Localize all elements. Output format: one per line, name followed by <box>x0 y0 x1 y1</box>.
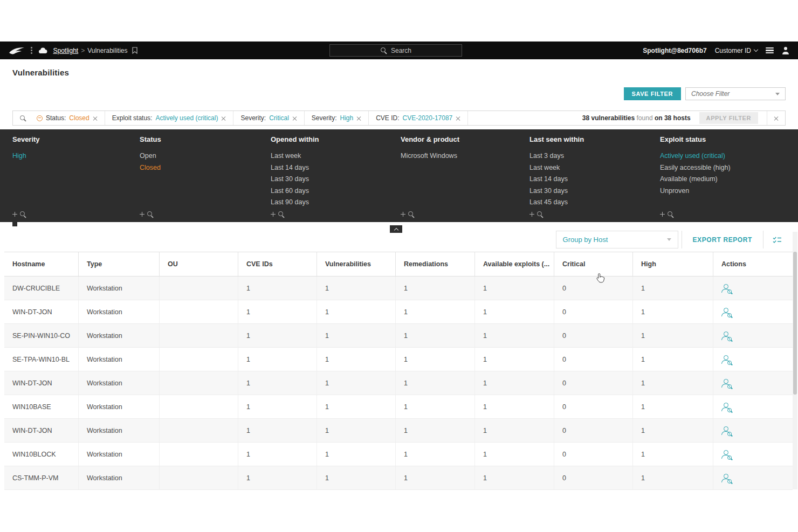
cell-hostname: CS-TMM-P-VM <box>4 466 78 489</box>
filter-option[interactable]: Last 60 days <box>271 185 309 197</box>
filter-option[interactable]: Last week <box>271 150 301 162</box>
chip-remove-icon[interactable] <box>456 116 460 121</box>
cell-ou <box>159 466 238 489</box>
collapse-panel-button[interactable] <box>390 225 402 233</box>
filter-option[interactable]: Last week <box>529 162 560 174</box>
col-header-hostname[interactable]: Hostname <box>4 252 78 276</box>
add-filter-value-button[interactable] <box>140 211 154 218</box>
col-header-cve-ids[interactable]: CVE IDs <box>238 252 317 276</box>
filter-chip-severity-high[interactable]: Severity: High <box>305 111 369 125</box>
cell-critical: 0 <box>554 419 632 442</box>
col-header-high[interactable]: High <box>632 252 713 276</box>
global-search-input[interactable]: Search <box>329 44 462 57</box>
column-settings-icon[interactable] <box>767 231 786 248</box>
search-icon <box>727 361 732 365</box>
overflow-menu-icon[interactable] <box>31 47 32 54</box>
filter-column-title: Exploit status <box>660 135 706 143</box>
table-row[interactable]: CS-TMM-P-VM Workstation 1 1 1 1 0 1 <box>4 466 793 490</box>
choose-filter-dropdown[interactable]: Choose Filter <box>685 87 786 100</box>
col-header-vulnerabilities[interactable]: Vulnerabilities <box>317 252 395 276</box>
cell-type: Workstation <box>78 277 159 300</box>
filter-option[interactable]: Actively used (critical) <box>660 150 725 162</box>
filter-option[interactable]: Easily accessible (high) <box>660 162 731 174</box>
filter-option[interactable]: Open <box>140 150 156 162</box>
customer-id-dropdown[interactable]: Customer ID <box>715 47 758 54</box>
col-header-actions: Actions <box>713 252 793 276</box>
filter-option[interactable]: Last 14 days <box>529 174 568 185</box>
export-report-button[interactable]: EXPORT REPORT <box>685 231 760 248</box>
filter-chip-exploit-status[interactable]: Exploit status: Actively used (critical) <box>105 111 234 125</box>
group-by-host-dropdown[interactable]: Group by Host <box>556 231 678 248</box>
filter-option[interactable]: Last 30 days <box>529 185 568 197</box>
filter-option[interactable]: Microsoft Windows <box>401 150 457 162</box>
cell-hostname: DW-CRUCIBLE <box>4 277 78 300</box>
save-filter-button[interactable]: SAVE FILTER <box>624 87 681 100</box>
cell-vulnerabilities: 1 <box>317 466 395 489</box>
search-icon <box>727 455 732 460</box>
account-name: Spotlight@8ed706b7 <box>643 47 706 54</box>
table-row[interactable]: WIN-DT-JON Workstation 1 1 1 1 0 1 <box>4 300 793 324</box>
filter-chip-severity-critical[interactable]: Severity: Critical <box>233 111 304 125</box>
dropdown-caret-icon <box>667 238 671 241</box>
user-profile-icon[interactable] <box>782 47 789 54</box>
add-filter-value-button[interactable] <box>660 211 674 218</box>
table-row[interactable]: WIN-DT-JON Workstation 1 1 1 1 0 1 <box>4 419 793 443</box>
col-header-critical[interactable]: Critical <box>554 252 632 276</box>
user-search-icon[interactable] <box>721 450 730 459</box>
chip-remove-icon[interactable] <box>93 116 98 121</box>
cell-hostname: WIN-DT-JON <box>4 419 78 442</box>
filter-option[interactable]: Last 3 days <box>529 150 564 162</box>
search-icon <box>727 384 732 389</box>
cell-remediations: 1 <box>395 466 474 489</box>
filter-option[interactable]: Available (medium) <box>660 174 718 185</box>
add-filter-value-button[interactable] <box>401 211 415 218</box>
add-filter-value-button[interactable] <box>271 211 285 218</box>
col-header-type[interactable]: Type <box>78 252 159 276</box>
scrollbar-thumb[interactable] <box>793 252 797 395</box>
filter-bar-close-button[interactable] <box>767 111 785 125</box>
user-search-icon[interactable] <box>721 403 730 411</box>
table-row[interactable]: SE-PIN-WIN10-CO Workstation 1 1 1 1 0 1 <box>4 324 793 348</box>
filter-chip-status[interactable]: Status: Closed <box>30 111 105 125</box>
falcon-cloud-icon[interactable] <box>38 47 47 54</box>
col-header-available-exploits[interactable]: Available exploits (... <box>474 252 554 276</box>
filter-search-icon[interactable] <box>19 115 26 122</box>
table-row[interactable]: WIN10BASE Workstation 1 1 1 1 0 1 <box>4 395 793 419</box>
cell-hostname: WIN-DT-JON <box>4 300 78 323</box>
col-header-ou[interactable]: OU <box>159 252 238 276</box>
user-search-icon[interactable] <box>721 426 730 435</box>
user-search-icon[interactable] <box>721 379 730 388</box>
filter-option[interactable]: Last 14 days <box>271 162 309 174</box>
user-search-icon[interactable] <box>721 355 730 364</box>
add-filter-value-button[interactable] <box>12 211 26 218</box>
user-search-icon[interactable] <box>721 308 730 316</box>
cell-vulnerabilities: 1 <box>317 371 395 395</box>
user-search-icon[interactable] <box>721 331 730 340</box>
vertical-scrollbar[interactable] <box>793 232 797 489</box>
filter-option[interactable]: Last 90 days <box>271 197 309 209</box>
table-row[interactable]: WIN10BLOCK Workstation 1 1 1 1 0 1 <box>4 443 793 466</box>
search-icon <box>278 211 285 218</box>
add-filter-value-button[interactable] <box>529 211 544 218</box>
search-icon <box>147 211 154 218</box>
table-row[interactable]: DW-CRUCIBLE Workstation 1 1 1 1 0 1 <box>4 277 793 300</box>
cell-remediations: 1 <box>395 348 474 371</box>
table-row[interactable]: SE-TPA-WIN10-BL Workstation 1 1 1 1 0 1 <box>4 348 793 371</box>
falcon-logo-icon[interactable] <box>9 46 25 55</box>
filter-option[interactable]: Last 45 days <box>529 197 568 209</box>
filter-option[interactable]: High <box>12 150 26 162</box>
hosts-menu-icon[interactable] <box>766 47 774 54</box>
filter-option[interactable]: Unproven <box>660 185 689 197</box>
table-row[interactable]: WIN-DT-JON Workstation 1 1 1 1 0 1 <box>4 371 793 395</box>
col-header-remediations[interactable]: Remediations <box>395 252 474 276</box>
chip-remove-icon[interactable] <box>356 116 361 121</box>
user-search-icon[interactable] <box>721 474 730 482</box>
chip-remove-icon[interactable] <box>292 116 297 121</box>
chip-remove-icon[interactable] <box>221 116 226 121</box>
filter-option[interactable]: Closed <box>140 162 161 174</box>
filter-chip-cve-id[interactable]: CVE ID: CVE-2020-17087 <box>369 111 468 125</box>
breadcrumb-app-link[interactable]: Spotlight <box>53 47 79 54</box>
bookmark-icon[interactable] <box>132 47 137 54</box>
filter-option[interactable]: Last 30 days <box>271 174 309 185</box>
user-search-icon[interactable] <box>721 284 730 293</box>
